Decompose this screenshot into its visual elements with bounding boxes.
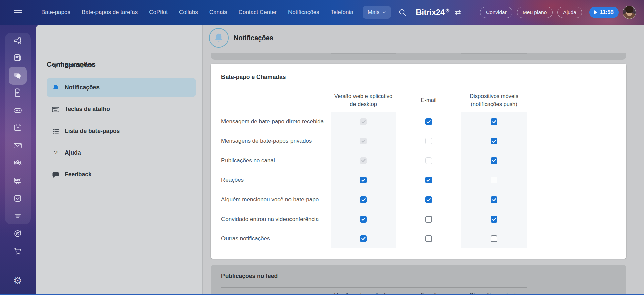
- drive-icon[interactable]: [11, 104, 24, 117]
- groups-icon[interactable]: [11, 156, 24, 170]
- more-label: Mais: [368, 9, 380, 16]
- network-icon[interactable]: [11, 34, 24, 47]
- section-title: Publicações no feed: [221, 273, 278, 280]
- mail-icon[interactable]: [11, 139, 24, 152]
- sidebar-item-notificacoes[interactable]: Notificações: [47, 78, 196, 97]
- sidebar-item-label: Teclas de atalho: [65, 106, 110, 113]
- tasks-icon[interactable]: [11, 192, 24, 205]
- top-nav: Bate-papos Bate-papos de tarefas CoPilot…: [36, 6, 391, 19]
- checkbox-checked[interactable]: [491, 118, 497, 125]
- calendar-icon[interactable]: [11, 121, 24, 134]
- topbar-right-cluster: Bitrix24 Convidar Meu plano Ajuda 11:58: [399, 6, 644, 19]
- nav-item-canais[interactable]: Canais: [204, 9, 233, 16]
- checkbox-checked[interactable]: [491, 157, 497, 164]
- settings-panel: Configurações Aparência Notificações Tec…: [36, 25, 644, 295]
- nav-item-bate-papos[interactable]: Bate-papos: [36, 9, 76, 16]
- row-label: Alguém mencionou você no bate-papo: [221, 190, 331, 209]
- checkbox-unchecked[interactable]: [425, 216, 432, 223]
- table-row: Convidado entrou na videoconferência: [221, 209, 527, 229]
- row-label: Outras notificações: [221, 229, 331, 248]
- user-avatar[interactable]: [623, 6, 636, 19]
- settings-content: Notificações Bate-papo e Chamadas Versão…: [203, 25, 644, 295]
- paintbrush-icon: [51, 62, 60, 69]
- table-header-row: Versão web e aplicativo de desktop E-mai…: [221, 88, 527, 112]
- checkbox-checked[interactable]: [491, 196, 497, 203]
- checkbox-checked[interactable]: [425, 118, 432, 125]
- nav-item-notificacoes[interactable]: Notificações: [282, 9, 325, 16]
- previous-table-column-remnant: [461, 53, 527, 54]
- column-header-mobile-push: Dispositivos móveis (notificações push): [461, 88, 527, 112]
- nav-item-bate-papos-de-tarefas[interactable]: Bate-papos de tarefas: [76, 9, 143, 16]
- keyboard-icon: [51, 106, 60, 113]
- checkbox-checked[interactable]: [491, 216, 497, 223]
- checkbox-checked[interactable]: [360, 235, 367, 242]
- page-bell-icon: [209, 28, 229, 48]
- previous-section-card-partial: [211, 53, 626, 60]
- bitrix24-logo[interactable]: Bitrix24: [416, 8, 450, 17]
- sidebar-item-label: Notificações: [65, 84, 100, 91]
- table-row: Alguém mencionou você no bate-papo: [221, 190, 527, 209]
- question-mark-icon: ?: [51, 149, 60, 157]
- page-title: Notificações: [234, 34, 273, 42]
- settings-gear-icon[interactable]: ⚙: [11, 274, 24, 287]
- speech-bubble-icon: [51, 171, 60, 178]
- row-label: Convidado entrou na videoconferência: [221, 209, 331, 229]
- switch-profile-icon[interactable]: [454, 10, 461, 15]
- table-row: Reações: [221, 170, 527, 190]
- my-plan-button[interactable]: Meu plano: [517, 7, 553, 18]
- column-header-email: E-mail: [396, 88, 461, 112]
- row-label: Mensagens de bate-papos privados: [221, 131, 331, 151]
- checkbox-checked[interactable]: [360, 196, 367, 203]
- store-cart-icon[interactable]: [11, 244, 24, 258]
- sidebar-item-feedback[interactable]: Feedback: [47, 165, 196, 184]
- checkbox-checked[interactable]: [491, 138, 497, 144]
- checkbox-unchecked[interactable]: [491, 235, 497, 242]
- sidebar-item-ajuda[interactable]: ? Ajuda: [47, 143, 196, 162]
- checkbox-checked[interactable]: [425, 177, 432, 183]
- bell-icon: [51, 84, 60, 91]
- checkbox-unchecked-disabled[interactable]: [425, 157, 432, 164]
- sidebar-item-label: Lista de bate-papos: [65, 128, 120, 135]
- documents-icon[interactable]: [11, 86, 24, 99]
- checkbox-unchecked-disabled[interactable]: [491, 177, 497, 183]
- play-icon: [594, 10, 597, 14]
- search-icon[interactable]: [399, 9, 406, 16]
- more-menu-button[interactable]: Mais: [363, 6, 391, 19]
- clock-badge-icon: [445, 8, 450, 13]
- sidebar-item-label: Aparência: [65, 62, 93, 69]
- news-feed-icon[interactable]: [11, 51, 24, 64]
- table-row: Publicações no canal: [221, 151, 527, 170]
- list-icon: [51, 128, 60, 135]
- nav-item-collabs[interactable]: Collabs: [173, 9, 204, 16]
- checkbox-unchecked[interactable]: [425, 235, 432, 242]
- chevron-down-icon: [382, 11, 386, 14]
- sidebar-item-teclas-de-atalho[interactable]: Teclas de atalho: [47, 100, 196, 119]
- notification-settings-table: Versão web e aplicativo de desktop E-mai…: [221, 88, 527, 248]
- checkbox-checked[interactable]: [360, 216, 367, 223]
- hamburger-menu-icon[interactable]: [0, 9, 36, 15]
- messenger-icon[interactable]: [11, 69, 24, 82]
- nav-item-contact-center[interactable]: Contact Center: [233, 9, 282, 16]
- checkbox-checked-disabled[interactable]: [360, 157, 367, 164]
- invite-button[interactable]: Convidar: [480, 7, 512, 18]
- header-spacer: [221, 88, 331, 112]
- marketing-target-icon[interactable]: [11, 227, 24, 240]
- checkbox-checked[interactable]: [425, 196, 432, 203]
- checkbox-checked-disabled[interactable]: [360, 138, 367, 144]
- brand-text: Bitrix24: [416, 8, 445, 17]
- help-button[interactable]: Ajuda: [557, 7, 582, 18]
- checkbox-unchecked-disabled[interactable]: [425, 138, 432, 144]
- crm-funnel-icon[interactable]: [11, 209, 24, 223]
- table-row: Mensagens de bate-papos privados: [221, 131, 527, 151]
- sidebar-item-lista-de-bate-papos[interactable]: Lista de bate-papos: [47, 122, 196, 141]
- previous-table-column-remnant: [331, 53, 396, 54]
- top-navigation-bar: Bate-papos Bate-papos de tarefas CoPilot…: [0, 0, 644, 25]
- timer-widget[interactable]: 11:58: [589, 7, 619, 18]
- nav-item-telefonia[interactable]: Telefonia: [325, 9, 359, 16]
- sidebar-item-aparencia[interactable]: Aparência: [47, 56, 196, 75]
- boards-icon[interactable]: [11, 174, 24, 188]
- checkbox-checked-disabled[interactable]: [360, 118, 367, 125]
- checkbox-checked[interactable]: [360, 177, 367, 183]
- nav-item-copilot[interactable]: CoPilot: [143, 9, 173, 16]
- content-header: Notificações: [203, 25, 644, 52]
